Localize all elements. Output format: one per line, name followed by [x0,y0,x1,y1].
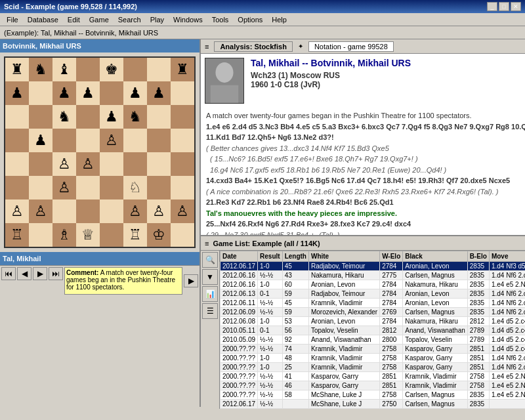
col-white[interactable]: White [308,251,379,262]
square-1-7[interactable] [171,81,194,105]
square-0-6[interactable] [147,58,171,81]
nav-prev-button[interactable]: ◀ [17,267,32,280]
square-7-3[interactable]: ♕ [76,223,100,247]
col-date[interactable]: Date [220,251,258,262]
table-row[interactable]: 2000.??.??½-½46Kasparov, Garry2851Kramni… [220,381,526,390]
square-0-3[interactable] [76,58,100,81]
menu-help[interactable]: Help [268,15,291,24]
menu-search[interactable]: Search [114,15,145,24]
notation-area[interactable]: A match over twenty-four games began in … [201,108,525,235]
table-row[interactable]: 2012.06.09½-½59Morozevich, Alexander2769… [220,308,526,317]
square-7-5[interactable]: ♖ [123,223,147,247]
table-row[interactable]: 2012.06.16½-½43Nakamura, Hikaru2775Carls… [220,271,526,280]
table-row[interactable]: 2000.??.??1-025Kramnik, Vladimir2758Kasp… [220,363,526,372]
table-row[interactable]: 2000.??.??½-½41Kasparov, Garry2851Kramni… [220,372,526,381]
square-0-2[interactable]: ♝ [52,58,76,81]
nav-forward-button[interactable]: ▶ [184,274,198,287]
square-5-5[interactable]: ♘ [123,176,147,200]
square-2-6[interactable] [147,105,171,129]
table-row[interactable]: 2012.06.130-159Radjabov, Teimour2784Aron… [220,289,526,299]
nav-first-button[interactable]: ⏮ [1,267,16,280]
col-result[interactable]: Result [258,251,283,262]
square-5-4[interactable] [100,176,123,200]
square-1-2[interactable]: ♟ [52,81,76,105]
square-3-6[interactable] [147,129,171,152]
square-6-3[interactable] [76,200,100,223]
square-2-2[interactable]: ♞ [52,105,76,129]
square-1-6[interactable]: ♟ [147,81,171,105]
square-7-6[interactable]: ♔ [147,223,171,247]
square-4-1[interactable] [29,152,52,176]
square-0-1[interactable]: ♞ [29,58,52,81]
square-5-0[interactable] [5,176,29,200]
col-black[interactable]: Black [403,251,468,262]
square-3-0[interactable] [5,129,29,152]
nav-next-button[interactable]: ▶ [33,267,47,280]
square-0-0[interactable]: ♜ [5,58,29,81]
square-2-1[interactable] [29,105,52,129]
square-4-6[interactable] [147,152,171,176]
square-7-0[interactable]: ♖ [5,223,29,247]
square-7-4[interactable] [100,223,123,247]
table-row[interactable]: 2010.05.09½-½92Anand, Viswanathan2800Top… [220,335,526,345]
table-row[interactable]: 2012.06.161-060Aronian, Levon2784Nakamur… [220,280,526,289]
square-5-7[interactable] [171,176,194,200]
square-5-2[interactable]: ♙ [52,176,76,200]
menu-tools[interactable]: Tools [208,15,233,24]
game-table[interactable]: Date Result Length White W-Elo Black B-E… [220,251,525,409]
square-6-2[interactable] [52,200,76,223]
square-3-5[interactable] [123,129,147,152]
square-1-3[interactable]: ♟ [76,81,100,105]
table-row[interactable]: 2000.??.??1-048Kramnik, Vladimir2758Kasp… [220,354,526,363]
menu-file[interactable]: File [3,15,22,24]
tab-analysis[interactable]: Analysis: Stockfish [214,41,292,52]
square-7-2[interactable]: ♗ [52,223,76,247]
square-4-3[interactable]: ♙ [76,152,100,176]
close-button[interactable]: ✕ [511,2,521,11]
col-welo[interactable]: W-Elo [380,251,403,262]
square-0-5[interactable] [123,58,147,81]
square-2-4[interactable]: ♟ [100,105,123,129]
menu-options[interactable]: Options [234,15,266,24]
square-6-7[interactable]: ♙ [171,200,194,223]
square-1-1[interactable] [29,81,52,105]
square-4-2[interactable]: ♙ [52,152,76,176]
square-6-4[interactable] [100,200,123,223]
menu-game[interactable]: Game [85,15,113,24]
square-3-2[interactable] [52,129,76,152]
square-5-3[interactable] [76,176,100,200]
square-6-6[interactable]: ♙ [147,200,171,223]
square-1-0[interactable]: ♟ [5,81,29,105]
square-2-5[interactable]: ♞ [123,105,147,129]
square-6-1[interactable]: ♙ [29,200,52,223]
menu-edit[interactable]: Edit [64,15,84,24]
col-belo[interactable]: B-Elo [467,251,489,262]
table-row[interactable]: 2012.06.17½-½McShane, Luke J2750Carlsen,… [220,400,526,409]
square-7-7[interactable] [171,223,194,247]
square-7-1[interactable] [29,223,52,247]
square-0-4[interactable]: ♚ [100,58,123,81]
square-1-5[interactable]: ♟ [123,81,147,105]
square-4-5[interactable] [123,152,147,176]
table-row[interactable]: 2010.05.110-156Topalov, Veselin2812Anand… [220,326,526,335]
square-2-3[interactable] [76,105,100,129]
square-3-3[interactable] [76,129,100,152]
table-row[interactable]: 2012.06.11½-½45Kramnik, Vladimir2784Aron… [220,299,526,308]
square-3-7[interactable] [171,129,194,152]
col-move[interactable]: Move [489,251,525,262]
menu-windows[interactable]: Windows [169,15,207,24]
table-row[interactable]: 2012.06.081-053Aronian, Levon2784Nakamur… [220,317,526,326]
menu-play[interactable]: Play [146,15,168,24]
list-tool-icon[interactable]: ☰ [202,303,218,319]
filter-tool-icon[interactable]: ▼ [202,269,218,285]
square-2-0[interactable] [5,105,29,129]
square-5-6[interactable] [147,176,171,200]
nav-last-button[interactable]: ⏭ [49,267,63,280]
square-4-4[interactable] [100,152,123,176]
square-6-5[interactable]: ♙ [123,200,147,223]
tab-notation[interactable]: Notation - game 99528 [308,41,394,52]
square-4-0[interactable] [5,152,29,176]
square-3-4[interactable]: ♙ [100,129,123,152]
square-6-0[interactable]: ♙ [5,200,29,223]
search-tool-icon[interactable]: 🔍 [202,252,218,268]
